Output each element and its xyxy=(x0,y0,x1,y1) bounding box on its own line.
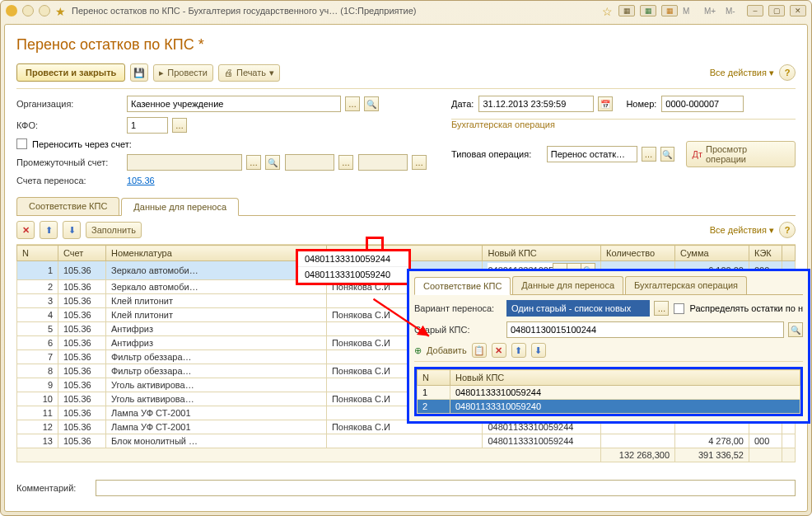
col-scroll xyxy=(782,246,796,261)
memory-mp[interactable]: M+ xyxy=(704,7,721,16)
col-kek[interactable]: КЭК xyxy=(749,246,782,261)
org-select-icon[interactable]: … xyxy=(345,96,360,111)
tab-data-transfer[interactable]: Данные для переноса xyxy=(121,198,239,216)
kfo-field[interactable]: 1 xyxy=(127,117,168,134)
intermediate-label: Промежуточный счет: xyxy=(16,157,122,167)
submit-icon: ▸ xyxy=(159,68,164,78)
close-icon[interactable]: ✕ xyxy=(790,5,806,16)
grid-toolbar: ✕ ⬆ ⬇ Заполнить Все действия ▾ ? xyxy=(16,216,796,245)
distribute-checkbox[interactable] xyxy=(674,303,684,314)
move-up-icon[interactable]: ⬆ xyxy=(40,221,58,239)
dropdown-item-1[interactable]: 04801133310059244 xyxy=(298,251,408,267)
transfer-via-checkbox[interactable] xyxy=(16,138,27,149)
col-acct[interactable]: Счет xyxy=(58,246,106,261)
add-icon[interactable]: ⊕ xyxy=(414,345,422,356)
intermediate-field-2 xyxy=(285,154,334,171)
col-n[interactable]: N xyxy=(17,246,58,261)
fill-button[interactable]: Заполнить xyxy=(86,222,142,238)
old-kps-label: Старый КПС: xyxy=(414,325,502,335)
popup-down-icon[interactable]: ⬇ xyxy=(531,343,546,358)
popup-col-n[interactable]: N xyxy=(418,370,450,386)
tool-icon-3[interactable]: ▦ xyxy=(661,5,678,16)
accounts-link[interactable]: 105.36 xyxy=(127,176,155,185)
popup-correspondence: Соответствие КПС Данные для переноса Бух… xyxy=(407,269,810,424)
tab-correspondence[interactable]: Соответствие КПС xyxy=(16,197,119,215)
popup-tab-3[interactable]: Бухгалтерская операция xyxy=(625,276,747,294)
save-icon[interactable]: 💾 xyxy=(130,63,148,82)
print-icon: 🖨 xyxy=(224,68,233,77)
col-qty[interactable]: Количество xyxy=(601,246,675,261)
variant-value: Один старый - список новых xyxy=(511,303,631,313)
popup-tab-2[interactable]: Данные для переноса xyxy=(512,276,623,294)
number-field[interactable]: 0000-000007 xyxy=(661,96,744,112)
minimize-icon[interactable]: – xyxy=(747,5,763,16)
tool-icon-2[interactable]: ▦ xyxy=(640,5,656,16)
org-search-icon[interactable]: 🔍 xyxy=(364,96,379,111)
date-field[interactable]: 31.12.2013 23:59:59 xyxy=(478,96,594,112)
kfo-select-icon[interactable]: … xyxy=(172,118,187,133)
favorite-icon[interactable]: ☆ xyxy=(602,5,614,16)
variant-label: Вариант переноса: xyxy=(414,303,502,313)
intermediate-dots-icon[interactable]: … xyxy=(246,155,261,170)
print-button[interactable]: 🖨Печать ▾ xyxy=(218,64,280,82)
type-op-field[interactable]: Перенос остатк… xyxy=(547,146,637,162)
distribute-label: Распределять остатки по н xyxy=(689,303,803,313)
dropdown-item-2[interactable]: 04801133310059240 xyxy=(298,267,408,283)
print-label: Печать xyxy=(236,68,266,77)
variant-field[interactable]: Один старый - список новых xyxy=(506,300,650,317)
intermediate-dots-icon-3[interactable]: … xyxy=(412,155,427,170)
all-actions-link[interactable]: Все действия ▾ xyxy=(710,68,774,78)
memory-mm[interactable]: M- xyxy=(726,7,742,16)
popup-delete-icon[interactable]: ✕ xyxy=(492,343,506,358)
add-button[interactable]: Добавить xyxy=(427,345,467,355)
old-kps-field[interactable]: 04801130015100244 xyxy=(506,321,784,338)
view-op-button[interactable]: Дт Просмотр операции xyxy=(686,141,796,167)
star-icon[interactable]: ★ xyxy=(55,5,67,16)
move-down-icon[interactable]: ⬇ xyxy=(63,221,81,239)
popup-row-1: 104801133310059244 xyxy=(418,386,800,400)
delete-icon[interactable]: ✕ xyxy=(16,221,35,239)
org-field[interactable]: Казенное учреждение xyxy=(127,96,341,112)
accounts-label: Счета переноса: xyxy=(16,176,122,185)
app-icon xyxy=(6,5,17,16)
kps-dropdown[interactable]: 04801133310059244 04801133310059240 xyxy=(296,249,411,285)
submit-button[interactable]: ▸Провести xyxy=(153,64,213,82)
intermediate-dots-icon-2[interactable]: … xyxy=(338,155,353,170)
debit-credit-icon: Дт xyxy=(692,149,702,159)
table-row[interactable]: 13 105.36 Блок монолитный … 048011333100… xyxy=(17,434,796,448)
help-icon[interactable]: ? xyxy=(779,64,796,81)
popup-row-2: 204801133310059240 xyxy=(418,400,800,414)
comment-field[interactable] xyxy=(96,480,796,496)
submit-close-button[interactable]: Провести и закрыть xyxy=(16,63,125,82)
footer-sum: 391 336,52 xyxy=(675,448,749,462)
forward-icon[interactable] xyxy=(39,5,50,16)
maximize-icon[interactable]: ▢ xyxy=(768,5,785,16)
popup-col-kps[interactable]: Новый КПС xyxy=(450,370,800,386)
all-actions-label: Все действия xyxy=(710,68,767,77)
grid-all-actions-link[interactable]: Все действия ▾ xyxy=(710,225,774,236)
type-op-search-icon[interactable]: 🔍 xyxy=(660,147,675,162)
col-sum[interactable]: Сумма xyxy=(675,246,749,261)
col-nomen[interactable]: Номенклатура xyxy=(106,246,327,261)
popup-tab-1[interactable]: Соответствие КПС xyxy=(414,277,511,295)
col-kps[interactable]: Новый КПС xyxy=(483,246,601,261)
view-op-label: Просмотр операции xyxy=(706,144,790,164)
kfo-value: 1 xyxy=(131,120,164,130)
calendar-icon[interactable]: 📅 xyxy=(598,96,613,111)
date-label: Дата: xyxy=(451,99,474,109)
transfer-via-label: Переносить через счет: xyxy=(32,139,132,149)
tool-icon-1[interactable]: ▦ xyxy=(618,5,635,16)
variant-dots-icon[interactable]: … xyxy=(654,301,669,316)
window-title: Перенос остатков по КПС - Бухгалтерия го… xyxy=(72,6,597,16)
old-kps-search-icon[interactable]: 🔍 xyxy=(788,322,803,337)
number-value: 0000-000007 xyxy=(665,99,740,109)
back-icon[interactable] xyxy=(22,5,34,16)
memory-m[interactable]: M xyxy=(683,7,699,16)
popup-up-icon[interactable]: ⬆ xyxy=(511,343,526,358)
org-value: Казенное учреждение xyxy=(131,99,337,109)
intermediate-search-icon[interactable]: 🔍 xyxy=(265,155,280,170)
grid-help-icon[interactable]: ? xyxy=(779,222,796,238)
type-op-dots-icon[interactable]: … xyxy=(642,147,656,162)
copy-icon[interactable]: 📋 xyxy=(472,343,487,358)
popup-grid[interactable]: N Новый КПС 104801133310059244 204801133… xyxy=(417,369,800,414)
